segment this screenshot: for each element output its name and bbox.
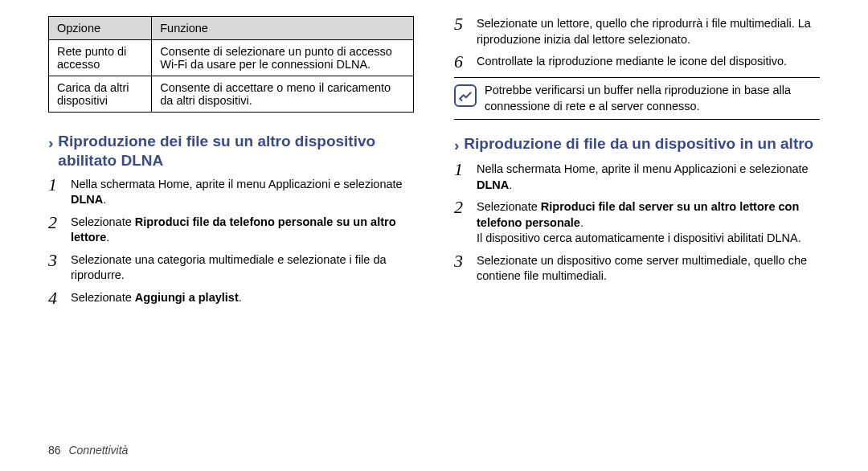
page-footer: 86 Connettività [48,444,128,457]
steps-top-right: 5 Selezionate un lettore, quello che rip… [454,16,820,71]
left-column: Opzione Funzione Rete punto di accesso C… [48,16,414,313]
step-number: 2 [48,214,63,246]
step-item: 1 Nella schermata Home, aprite il menu A… [454,162,820,193]
step-item: 6 Controllate la riproduzione mediante l… [454,54,820,71]
heading-left: › Riproduzione dei file su un altro disp… [48,132,414,170]
cell-option: Carica da altri dispositivi [49,76,152,113]
step-item: 3 Selezionate un dispositivo come server… [454,253,820,285]
th-option: Opzione [49,17,152,40]
step-number: 3 [454,252,469,285]
step-text: Controllate la riproduzione mediante le … [477,54,787,71]
step-number: 3 [48,252,63,284]
chevron-icon: › [454,136,459,155]
step-text: Selezionate Riproduci file da telefono p… [71,215,414,246]
step-text: Selezionate un lettore, quello che ripro… [477,16,820,47]
note-text: Potrebbe verificarsi un buffer nella rip… [485,83,820,114]
cell-option: Rete punto di accesso [49,40,152,76]
heading-text: Riproduzione di file da un dispositivo i… [464,134,813,154]
note-icon [454,84,477,107]
step-number: 6 [454,53,469,71]
step-item: 1 Nella schermata Home, aprite il menu A… [48,177,414,208]
step-item: 3 Selezionate una categoria multimediale… [48,252,414,284]
th-function: Funzione [152,17,414,40]
steps-left: 1 Nella schermata Home, aprite il menu A… [48,177,414,307]
step-text: Selezionate un dispositivo come server m… [477,253,820,285]
step-item: 5 Selezionate un lettore, quello che rip… [454,16,820,47]
step-item: 2 Selezionate Riproduci file dal server … [454,199,820,247]
step-text: Selezionate Aggiungi a playlist. [71,290,242,307]
step-item: 4 Selezionate Aggiungi a playlist. [48,290,414,307]
right-column: 5 Selezionate un lettore, quello che rip… [454,16,820,313]
step-number: 1 [454,161,469,193]
step-number: 2 [454,199,469,247]
table-row: Carica da altri dispositivi Consente di … [49,76,414,113]
heading-right: › Riproduzione di file da un dispositivo… [454,134,820,155]
cell-function: Consente di accettare o meno il caricame… [152,76,414,113]
section-name: Connettività [68,444,128,457]
step-text: Nella schermata Home, aprite il menu App… [477,162,820,193]
table-row: Rete punto di accesso Consente di selezi… [49,40,414,76]
note-box: Potrebbe verificarsi un buffer nella rip… [454,77,820,120]
heading-text: Riproduzione dei file su un altro dispos… [58,132,414,170]
page-number: 86 [48,444,61,457]
options-table: Opzione Funzione Rete punto di accesso C… [48,16,414,113]
step-item: 2 Selezionate Riproduci file da telefono… [48,215,414,246]
step-text: Selezionate Riproduci file dal server su… [477,199,820,247]
step-number: 4 [48,289,63,307]
steps-right: 1 Nella schermata Home, aprite il menu A… [454,162,820,285]
step-number: 1 [48,176,63,208]
chevron-icon: › [48,133,53,153]
cell-function: Consente di selezionare un punto di acce… [152,40,414,76]
step-text: Selezionate una categoria multimediale e… [71,252,414,284]
step-number: 5 [454,15,469,47]
step-text: Nella schermata Home, aprite il menu App… [71,177,414,208]
